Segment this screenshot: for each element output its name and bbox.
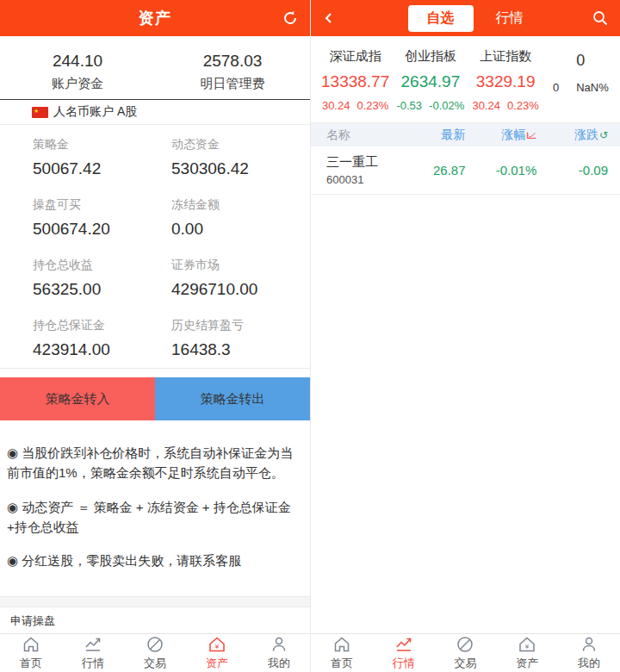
summary-label: 明日管理费 bbox=[155, 76, 310, 92]
transfer-buttons: 策略金转入 策略金转出 bbox=[0, 377, 310, 420]
rules-notes: ◉ 当股价跌到补仓价格时，系统自动补保证金为当前市值的1%，策略金余额不足时系统… bbox=[0, 420, 310, 596]
col-change[interactable]: 涨跌 ↺ bbox=[549, 128, 620, 143]
stat-position-profit: 持仓总收益 56325.00 bbox=[33, 258, 171, 299]
tab-home[interactable]: 首页 bbox=[0, 634, 62, 672]
account-summary: 244.10 账户资金 2578.03 明日管理费 bbox=[0, 36, 310, 99]
assets-screen: 资产 244.10 账户资金 2578.03 明日管理费 ★ 人名币账户 A股 bbox=[0, 0, 310, 672]
market-screen: 自选 行情 深证成指 13338.77 30.24 0.23% 创业指板 263 bbox=[310, 0, 620, 672]
home-icon bbox=[22, 635, 40, 654]
svg-text:¥: ¥ bbox=[214, 643, 220, 650]
stock-row-sany[interactable]: 三一重工 600031 26.87 -0.01% -0.09 bbox=[311, 146, 620, 195]
trade-icon bbox=[146, 635, 164, 654]
stat-strategy-fund: 策略金 50067.42 bbox=[33, 137, 171, 178]
tab-assets[interactable]: ¥ 资产 bbox=[496, 634, 558, 672]
svg-text:¥: ¥ bbox=[524, 643, 530, 650]
col-latest[interactable]: 最新 bbox=[406, 128, 478, 143]
index-sse[interactable]: 上证指数 3329.19 30.24 0.23% bbox=[468, 48, 543, 112]
tab-market[interactable]: 行情 bbox=[62, 634, 124, 672]
index-empty[interactable]: 0 0 NaN% bbox=[543, 48, 618, 112]
china-flag-icon: ★ bbox=[32, 107, 48, 118]
summary-tomorrow-fee: 2578.03 明日管理费 bbox=[155, 52, 310, 92]
assets-house-icon: ¥ bbox=[208, 635, 226, 654]
apply-section-title: 申请操盘 bbox=[0, 607, 310, 635]
tab-mine[interactable]: 我的 bbox=[558, 634, 620, 672]
section-divider bbox=[0, 596, 310, 607]
summary-label: 账户资金 bbox=[0, 76, 155, 92]
app: 资产 244.10 账户资金 2578.03 明日管理费 ★ 人名币账户 A股 bbox=[0, 0, 620, 672]
assets-house-icon: ¥ bbox=[518, 635, 536, 654]
stat-securities-market: 证券市场 4296710.00 bbox=[171, 258, 310, 299]
tab-watchlist[interactable]: 自选 bbox=[408, 5, 474, 32]
search-button[interactable] bbox=[582, 0, 618, 36]
chart-icon bbox=[84, 635, 102, 654]
stock-table-header: 名称 最新 涨幅 📈︎ 涨跌 ↺ bbox=[311, 123, 620, 146]
summary-value: 244.10 bbox=[0, 52, 155, 71]
market-tabbar: 首页 行情 交易 ¥ 资产 bbox=[311, 633, 620, 672]
col-name[interactable]: 名称 bbox=[311, 128, 406, 143]
chart-icon bbox=[394, 635, 413, 654]
account-type-row[interactable]: ★ 人名币账户 A股 bbox=[0, 99, 310, 125]
tab-trade[interactable]: 交易 bbox=[435, 634, 497, 672]
summary-value: 2578.03 bbox=[155, 52, 310, 71]
trade-icon bbox=[456, 635, 474, 654]
stat-dynamic-fund: 动态资金 530306.42 bbox=[171, 137, 310, 178]
note-dividend: ◉ 分红送股，零股卖出失败，请联系客服 bbox=[7, 551, 301, 570]
summary-account-funds: 244.10 账户资金 bbox=[0, 52, 155, 92]
person-icon bbox=[270, 635, 288, 654]
assets-tabbar: 首页 行情 交易 ¥ 资产 bbox=[0, 633, 310, 672]
refresh-button[interactable] bbox=[272, 0, 308, 36]
stock-price: 26.87 bbox=[406, 163, 478, 177]
stock-name-cell: 三一重工 600031 bbox=[311, 154, 406, 186]
assets-header: 资产 bbox=[0, 0, 310, 36]
index-chinext[interactable]: 创业指板 2634.97 -0.53 -0.02% bbox=[393, 48, 468, 112]
stat-frozen: 冻结金额 0.00 bbox=[171, 197, 310, 239]
transfer-out-button[interactable]: 策略金转出 bbox=[155, 377, 310, 420]
stock-change: -0.09 bbox=[549, 163, 620, 177]
tab-quotes[interactable]: 行情 bbox=[496, 9, 524, 28]
stock-change-pct: -0.01% bbox=[478, 163, 549, 177]
tab-home[interactable]: 首页 bbox=[311, 634, 373, 672]
person-icon bbox=[580, 635, 598, 654]
refresh-icon bbox=[282, 9, 299, 27]
search-icon bbox=[592, 9, 609, 27]
page-title: 资产 bbox=[0, 8, 310, 28]
note-dynamic-formula: ◉ 动态资产 ＝ 策略金 + 冻结资金 + 持仓总保证金 +持仓总收益 bbox=[7, 497, 301, 538]
tab-assets[interactable]: ¥ 资产 bbox=[186, 634, 248, 672]
stat-buyable: 操盘可买 500674.20 bbox=[33, 197, 171, 239]
tab-mine[interactable]: 我的 bbox=[248, 634, 310, 672]
tab-trade[interactable]: 交易 bbox=[124, 634, 186, 672]
tab-market[interactable]: 行情 bbox=[373, 634, 435, 672]
back-chevron-icon bbox=[323, 12, 335, 24]
note-margin-call: ◉ 当股价跌到补仓价格时，系统自动补保证金为当前市值的1%，策略金余额不足时系统… bbox=[7, 443, 301, 483]
market-header-tabs: 自选 行情 bbox=[311, 5, 620, 32]
stat-position-margin: 持仓总保证金 423914.00 bbox=[33, 318, 171, 359]
account-type-label: 人名币账户 A股 bbox=[53, 104, 137, 120]
index-szse[interactable]: 深证成指 13338.77 30.24 0.23% bbox=[318, 48, 393, 112]
trend-up-icon: 📈︎ bbox=[526, 130, 536, 140]
stat-history-pnl: 历史结算盈亏 16438.3 bbox=[171, 318, 310, 359]
back-button[interactable] bbox=[311, 0, 347, 36]
col-change-pct[interactable]: 涨幅 📈︎ bbox=[478, 128, 549, 143]
index-strip: 深证成指 13338.77 30.24 0.23% 创业指板 2634.97 -… bbox=[311, 36, 620, 123]
asset-stats-grid: 策略金 50067.42 动态资金 530306.42 操盘可买 500674.… bbox=[0, 125, 310, 369]
home-icon bbox=[332, 635, 351, 654]
undo-arrow-icon: ↺ bbox=[599, 130, 608, 140]
transfer-in-button[interactable]: 策略金转入 bbox=[0, 377, 155, 420]
market-header: 自选 行情 bbox=[311, 0, 620, 36]
